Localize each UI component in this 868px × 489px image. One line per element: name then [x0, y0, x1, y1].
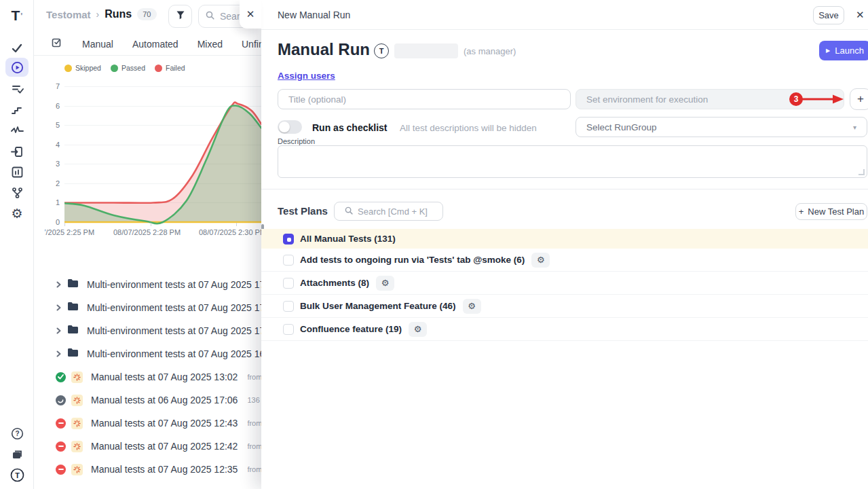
runs-tabs: Manual Automated Mixed Unfinished [34, 33, 261, 56]
run-folder-row[interactable]: Multi-environment tests at 07 Aug 2025 1… [34, 319, 261, 342]
sidebar-item-tests[interactable] [0, 39, 34, 57]
app-logo[interactable]: T' [0, 5, 34, 26]
checkbox[interactable] [283, 255, 294, 266]
chevron-down-icon: ▾ [853, 124, 856, 131]
run-row[interactable]: Manual tests at 07 Aug 2025 12:42 from C… [34, 435, 261, 458]
run-row[interactable]: Manual tests at 07 Aug 2025 13:02 from C… [34, 365, 261, 388]
add-environment-button[interactable]: + [850, 88, 868, 110]
description-textarea[interactable] [278, 145, 867, 178]
testomat-logo-icon: T [10, 468, 24, 482]
sidebar-item-pulse[interactable] [0, 122, 34, 139]
test-plan-label[interactable]: Add tests to ongoing run via 'Tests' tab… [300, 255, 525, 265]
author-avatar: T [374, 43, 389, 58]
test-plan-label[interactable]: All Manual Tests (131) [300, 234, 396, 244]
run-title[interactable]: Manual tests at 07 Aug 2025 13:02 [91, 372, 238, 382]
close-icon[interactable]: ✕ [856, 9, 865, 21]
test-plan-label[interactable]: Attachments (8) [300, 278, 369, 288]
resize-handle[interactable] [858, 169, 865, 175]
run-as-checklist-toggle[interactable] [278, 120, 302, 134]
sidebar-item-test-plans[interactable] [0, 80, 34, 98]
sidebar-item-steps[interactable] [0, 101, 34, 119]
author-name-redacted [394, 43, 458, 58]
save-button[interactable]: Save [813, 6, 844, 24]
chevron-right-icon[interactable] [56, 304, 62, 311]
run-folder-row[interactable]: Multi-environment tests at 07 Aug 2025 1… [34, 296, 261, 319]
run-title[interactable]: Multi-environment tests at 07 Aug 2025 1… [87, 325, 261, 336]
test-plan-row[interactable]: Add tests to ongoing run via 'Tests' tab… [261, 249, 868, 272]
panel-edge-close-button[interactable]: ✕ [240, 0, 261, 29]
chevron-right-icon[interactable] [56, 350, 62, 357]
run-folder-row[interactable]: Multi-environment tests at 07 Aug 2025 1… [34, 342, 261, 365]
run-title[interactable]: Multi-environment tests at 07 Aug 2025 1… [87, 279, 261, 290]
tab-automated[interactable]: Automated [123, 39, 188, 50]
sidebar-item-account[interactable]: T [0, 466, 34, 484]
run-title[interactable]: Manual tests at 07 Aug 2025 12:42 [91, 441, 238, 452]
test-plan-list: All Manual Tests (131) Add tests to ongo… [261, 229, 868, 341]
filter-button[interactable] [168, 5, 192, 28]
gear-icon[interactable]: ⚙ [376, 276, 394, 291]
tab-manual[interactable]: Manual [73, 39, 123, 50]
sidebar-item-import[interactable] [0, 143, 34, 160]
folder-icon [67, 348, 79, 360]
gear-icon[interactable]: ⚙ [531, 253, 550, 268]
test-plans-search-input[interactable]: Search [Cmd + K] [334, 202, 443, 221]
tab-unfinished[interactable]: Unfinished [232, 39, 261, 50]
test-plan-label[interactable]: Bulk User Management Feature (46) [300, 301, 456, 311]
sidebar-item-analytics[interactable] [0, 163, 34, 181]
sidebar-item-settings[interactable]: ⚙ [0, 204, 34, 222]
test-plan-row[interactable]: Bulk User Management Feature (46) ⚙ [261, 295, 868, 318]
run-folder-row[interactable]: Multi-environment tests at 07 Aug 2025 1… [34, 273, 261, 296]
gear-icon[interactable]: ⚙ [409, 322, 427, 337]
sidebar-item-runs[interactable] [0, 58, 34, 76]
test-plan-label[interactable]: Confluence feature (19) [300, 324, 402, 334]
run-row[interactable]: Manual tests at 06 Aug 2025 17:06 136 te… [34, 388, 261, 412]
search-placeholder: Search [Cmd + K] [358, 206, 428, 217]
title-placeholder: Title (optional) [288, 94, 346, 105]
rungroup-select[interactable]: Select RunGroup ▾ [575, 117, 867, 137]
run-meta: 136 tests [247, 396, 261, 404]
sidebar-item-projects[interactable] [0, 446, 34, 463]
launch-button[interactable]: ▶ Launch [819, 41, 868, 60]
run-row[interactable]: Manual tests at 07 Aug 2025 12:43 from C… [34, 412, 261, 435]
checkbox[interactable] [283, 278, 294, 289]
gear-icon[interactable]: ⚙ [463, 299, 481, 314]
failed-dot-icon [155, 65, 162, 72]
checklist-hint: All test descriptions will be hidden [400, 123, 537, 133]
run-title[interactable]: Multi-environment tests at 07 Aug 2025 1… [87, 348, 261, 359]
run-title[interactable]: Multi-environment tests at 07 Aug 2025 1… [87, 302, 261, 313]
test-plan-row[interactable]: Attachments (8) ⚙ [261, 272, 868, 295]
box-arrow-icon [11, 145, 24, 158]
test-plan-row[interactable]: Confluence feature (19) ⚙ [261, 318, 868, 341]
breadcrumb-project[interactable]: Testomat [46, 9, 91, 20]
folder-icon [67, 278, 79, 291]
tab-mixed[interactable]: Mixed [188, 39, 232, 50]
run-row[interactable]: Manual tests at 07 Aug 2025 12:35 from C… [34, 458, 261, 481]
chevron-right-icon[interactable] [56, 327, 62, 334]
chevron-right-icon[interactable] [56, 281, 62, 288]
legend-failed[interactable]: Failed [155, 64, 185, 72]
y-tick-label: 2 [43, 179, 60, 187]
run-title-input[interactable]: Title (optional) [278, 89, 571, 109]
run-title[interactable]: Manual tests at 07 Aug 2025 12:35 [91, 464, 238, 475]
sidebar-item-help[interactable]: ? [0, 424, 34, 442]
y-tick-label: 4 [43, 141, 60, 149]
new-test-plan-button[interactable]: + New Test Plan [795, 203, 867, 220]
assign-users-link[interactable]: Assign users [278, 71, 335, 81]
select-all-checkbox-icon[interactable] [52, 37, 62, 50]
checkbox[interactable] [283, 324, 294, 335]
test-plan-row[interactable]: All Manual Tests (131) [261, 229, 868, 249]
runs-list: Multi-environment tests at 07 Aug 2025 1… [34, 273, 261, 481]
run-meta: from Custom [247, 442, 261, 450]
sidebar-item-branches[interactable] [0, 184, 34, 202]
legend-passed[interactable]: Passed [111, 64, 145, 72]
checkbox[interactable] [283, 301, 294, 312]
status-failed-icon [56, 465, 66, 475]
legend-skipped[interactable]: Skipped [64, 64, 101, 72]
run-title[interactable]: Manual tests at 06 Aug 2025 17:06 [91, 395, 238, 405]
chart-legend: Skipped Passed Failed [64, 64, 185, 72]
checkbox-checked[interactable] [283, 234, 294, 244]
environment-placeholder: Set environment for execution [586, 94, 708, 105]
x-tick-label: 08/07/2025 2:28 PM [113, 228, 181, 236]
y-tick-label: 7 [43, 82, 60, 90]
run-title[interactable]: Manual tests at 07 Aug 2025 12:43 [91, 418, 238, 429]
